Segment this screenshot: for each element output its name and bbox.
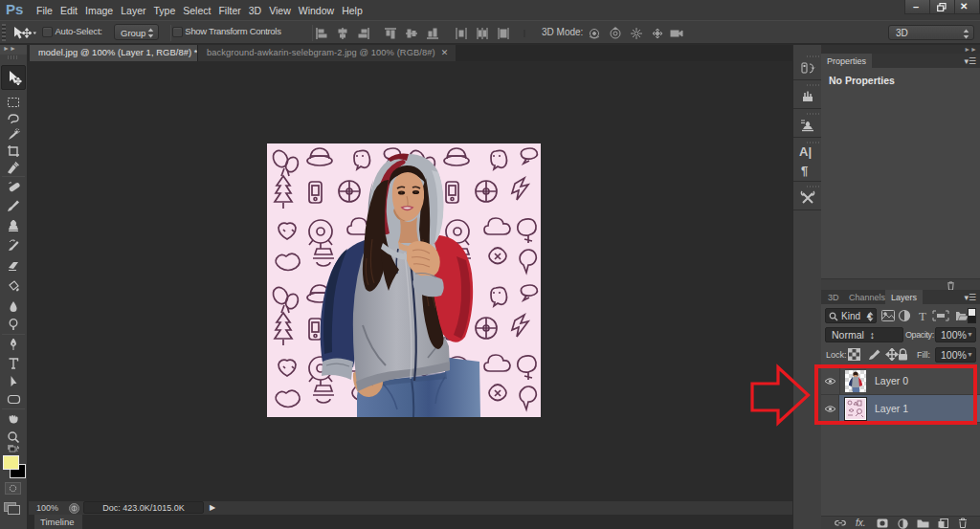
svg-text:T: T	[919, 309, 926, 322]
